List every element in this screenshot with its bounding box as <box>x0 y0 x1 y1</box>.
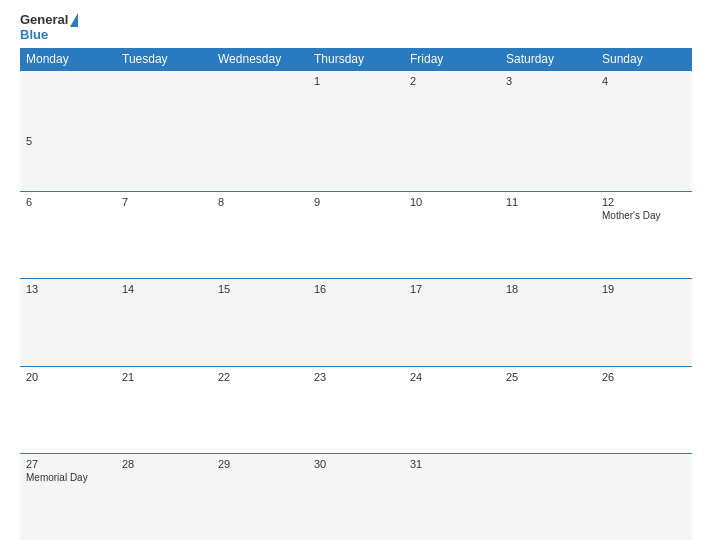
week-row-5: 27Memorial Day28293031 <box>20 453 692 540</box>
week-row-3: 13141516171819 <box>20 278 692 365</box>
day-cell: 31 <box>404 454 500 540</box>
day-number: 31 <box>410 458 494 470</box>
day-number: 5 <box>26 135 110 147</box>
day-cell: 19 <box>596 279 692 365</box>
day-number: 4 <box>602 75 686 87</box>
day-cell: 13 <box>20 279 116 365</box>
week-row-2: 6789101112Mother's Day <box>20 191 692 278</box>
day-number: 16 <box>314 283 398 295</box>
day-number: 30 <box>314 458 398 470</box>
day-cell: 16 <box>308 279 404 365</box>
day-cell: 20 <box>20 367 116 453</box>
day-number: 28 <box>122 458 206 470</box>
day-number: 14 <box>122 283 206 295</box>
day-number: 11 <box>506 196 590 208</box>
day-number: 26 <box>602 371 686 383</box>
day-cell: 21 <box>116 367 212 453</box>
day-number: 6 <box>26 196 110 208</box>
weeks-container: 123456789101112Mother's Day1314151617181… <box>20 70 692 540</box>
day-event: Memorial Day <box>26 472 110 483</box>
day-number: 13 <box>26 283 110 295</box>
day-cell: 8 <box>212 192 308 278</box>
day-number: 18 <box>506 283 590 295</box>
day-number: 19 <box>602 283 686 295</box>
week-row-1: 12345 <box>20 70 692 191</box>
day-cell: 18 <box>500 279 596 365</box>
day-number: 2 <box>410 75 494 87</box>
logo: GeneralBlue <box>20 12 78 42</box>
day-cell: 1 <box>308 71 404 131</box>
day-number: 12 <box>602 196 686 208</box>
day-cell <box>500 454 596 540</box>
day-cell: 15 <box>212 279 308 365</box>
logo-blue-text: Blue <box>20 27 48 42</box>
day-cell: 25 <box>500 367 596 453</box>
calendar-header: GeneralBlue <box>20 12 692 42</box>
day-cell: 22 <box>212 367 308 453</box>
day-cell: 10 <box>404 192 500 278</box>
day-cell: 26 <box>596 367 692 453</box>
day-cell: 28 <box>116 454 212 540</box>
day-cell: 5 <box>20 131 116 191</box>
day-number: 24 <box>410 371 494 383</box>
day-number: 29 <box>218 458 302 470</box>
day-headers-row: MondayTuesdayWednesdayThursdayFridaySatu… <box>20 48 692 70</box>
day-cell: 29 <box>212 454 308 540</box>
logo-general-text: General <box>20 12 68 27</box>
day-header-saturday: Saturday <box>500 48 596 70</box>
week-row-4: 20212223242526 <box>20 366 692 453</box>
day-header-wednesday: Wednesday <box>212 48 308 70</box>
day-number: 21 <box>122 371 206 383</box>
day-number: 8 <box>218 196 302 208</box>
day-number: 22 <box>218 371 302 383</box>
day-number: 27 <box>26 458 110 470</box>
day-number: 9 <box>314 196 398 208</box>
day-header-tuesday: Tuesday <box>116 48 212 70</box>
day-header-monday: Monday <box>20 48 116 70</box>
day-cell <box>20 71 116 131</box>
day-number: 25 <box>506 371 590 383</box>
day-number: 15 <box>218 283 302 295</box>
day-number: 1 <box>314 75 398 87</box>
logo-triangle-icon <box>70 13 78 27</box>
day-cell: 27Memorial Day <box>20 454 116 540</box>
day-number: 20 <box>26 371 110 383</box>
day-number: 7 <box>122 196 206 208</box>
day-cell: 14 <box>116 279 212 365</box>
day-cell: 30 <box>308 454 404 540</box>
day-cell: 11 <box>500 192 596 278</box>
day-cell: 12Mother's Day <box>596 192 692 278</box>
day-header-friday: Friday <box>404 48 500 70</box>
day-number: 23 <box>314 371 398 383</box>
day-number: 3 <box>506 75 590 87</box>
day-cell <box>116 71 212 131</box>
calendar-page: GeneralBlue MondayTuesdayWednesdayThursd… <box>0 0 712 550</box>
day-number: 10 <box>410 196 494 208</box>
day-cell: 9 <box>308 192 404 278</box>
day-cell: 3 <box>500 71 596 131</box>
day-cell: 23 <box>308 367 404 453</box>
day-header-thursday: Thursday <box>308 48 404 70</box>
day-cell <box>596 454 692 540</box>
day-cell: 7 <box>116 192 212 278</box>
day-cell: 2 <box>404 71 500 131</box>
day-cell: 6 <box>20 192 116 278</box>
day-header-sunday: Sunday <box>596 48 692 70</box>
day-cell <box>212 71 308 131</box>
day-number: 17 <box>410 283 494 295</box>
day-cell: 17 <box>404 279 500 365</box>
day-cell: 4 <box>596 71 692 131</box>
calendar-grid: MondayTuesdayWednesdayThursdayFridaySatu… <box>20 48 692 540</box>
day-cell: 24 <box>404 367 500 453</box>
day-event: Mother's Day <box>602 210 686 221</box>
